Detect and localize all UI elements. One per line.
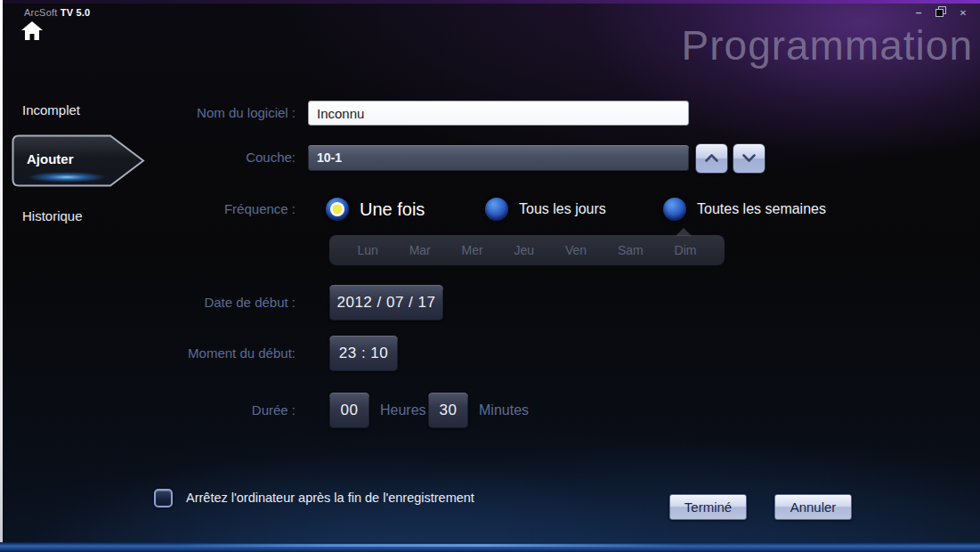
minimize-button[interactable]: – xyxy=(912,6,925,19)
home-icon xyxy=(21,28,43,43)
home-button[interactable] xyxy=(21,21,43,40)
window-left-edge xyxy=(0,0,3,542)
chevron-down-icon xyxy=(741,150,757,166)
ajouter-arrow-shape xyxy=(12,175,145,190)
channel-label: Couche: xyxy=(53,149,296,166)
chevron-up-icon xyxy=(704,150,719,166)
channel-up-button[interactable] xyxy=(695,143,728,174)
program-name-input[interactable] xyxy=(308,101,689,126)
weekday-jeu[interactable]: Jeu xyxy=(514,243,535,257)
channel-down-button[interactable] xyxy=(733,143,765,174)
window-controls: – ✕ xyxy=(912,6,969,19)
bottom-accent-bar xyxy=(0,542,980,552)
program-name-label: Nom du logiciel : xyxy=(53,104,296,122)
page-title: Programmation xyxy=(682,21,973,69)
brand-version: TV 5.0 xyxy=(61,7,91,18)
radio-selected-icon xyxy=(326,198,349,221)
weekday-sam[interactable]: Sam xyxy=(618,243,644,257)
frequency-option-weekly-label: Toutes les semaines xyxy=(697,201,826,217)
duration-label: Durée : xyxy=(53,402,296,419)
frequency-option-daily[interactable]: Tous les jours xyxy=(485,198,606,221)
frequency-option-weekly[interactable]: Toutes les semaines xyxy=(663,198,826,221)
brand-name: ArcSoft xyxy=(24,7,57,18)
restore-icon xyxy=(935,6,946,19)
radio-icon xyxy=(485,198,508,221)
frequency-option-once-label: Une fois xyxy=(360,199,425,220)
restore-button[interactable] xyxy=(935,6,947,19)
weekday-ven[interactable]: Ven xyxy=(565,243,587,257)
cancel-button[interactable]: Annuler xyxy=(774,494,852,520)
weekday-mer[interactable]: Mer xyxy=(462,243,483,257)
start-time-field[interactable]: 23 : 10 xyxy=(329,336,398,371)
duration-minutes-unit: Minutes xyxy=(479,402,529,419)
start-date-field[interactable]: 2012 / 07 / 17 xyxy=(329,285,443,321)
app-brand: ArcSoft TV 5.0 xyxy=(24,7,90,18)
weekday-selector: Lun Mar Mer Jeu Ven Sam Dim xyxy=(329,235,725,265)
duration-minutes-field[interactable]: 30 xyxy=(428,393,468,428)
weekday-lun[interactable]: Lun xyxy=(357,243,377,257)
close-button[interactable]: ✕ xyxy=(957,6,969,19)
duration-hours-unit: Heures xyxy=(380,402,426,419)
window-top-edge xyxy=(0,0,980,4)
channel-field[interactable]: 10-1 xyxy=(308,145,689,171)
shutdown-checkbox[interactable] xyxy=(154,489,173,507)
radio-icon xyxy=(663,198,686,221)
shutdown-checkbox-label: Arrêtez l'ordinateur après la fin de l'e… xyxy=(186,491,474,505)
weekday-dim[interactable]: Dim xyxy=(675,243,697,257)
app-window: ArcSoft TV 5.0 – ✕ Programmation Incompl… xyxy=(0,0,980,552)
done-button[interactable]: Terminé xyxy=(669,494,747,520)
weekday-mar[interactable]: Mar xyxy=(409,243,431,257)
duration-hours-field[interactable]: 00 xyxy=(329,393,369,428)
frequency-label: Fréquence : xyxy=(53,200,296,218)
start-time-label: Moment du début: xyxy=(53,345,296,362)
frequency-option-once[interactable]: Une fois xyxy=(326,198,425,221)
start-date-label: Date de début : xyxy=(53,294,296,312)
frequency-option-daily-label: Tous les jours xyxy=(519,201,606,217)
